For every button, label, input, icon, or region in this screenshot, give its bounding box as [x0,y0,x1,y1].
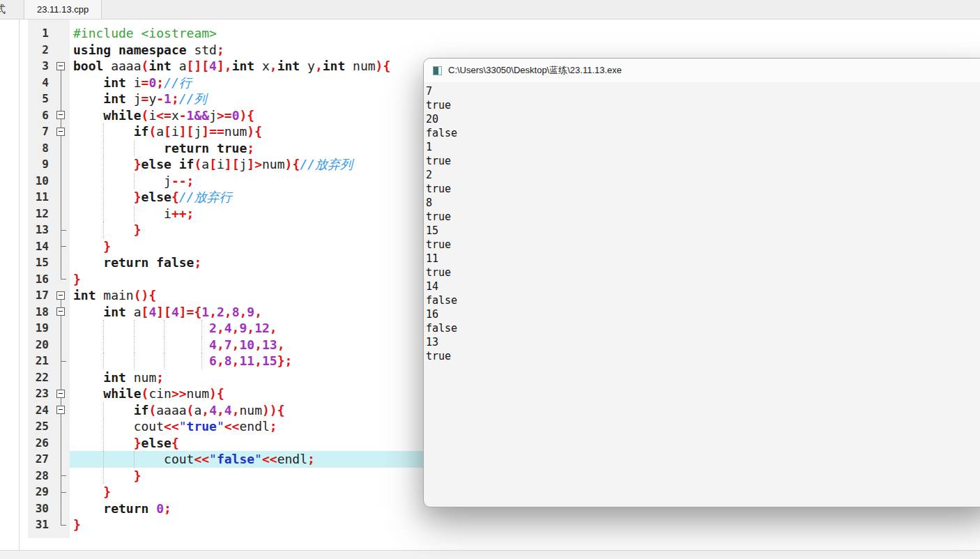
fold-column [53,418,70,435]
code-line-text: } [73,222,141,237]
line-number: 31 [28,516,53,533]
code-line-text: using namespace std; [73,43,224,57]
fold-box-icon[interactable] [56,291,65,300]
code-line-text: } [73,517,81,532]
line-number: 7 [28,123,53,140]
line-number: 3 [28,58,53,75]
console-icon[interactable] [433,66,442,75]
code-text[interactable]: #include <iostream> [70,25,980,42]
line-number: 5 [28,91,53,107]
fold-column [53,484,70,500]
code-line-text: int j=y-1;//列 [73,91,206,106]
fold-column[interactable] [53,107,70,124]
console-output-line: true [426,238,980,252]
indent-guide [164,320,164,337]
code-text[interactable]: using namespace std; [70,42,980,59]
code-line-text: } [73,272,81,286]
indent-guide [103,206,104,222]
indent-guide [103,435,104,452]
console-output-line: 11 [426,252,980,266]
fold-box-icon[interactable] [56,406,65,414]
side-panel-tab-clipped[interactable]: 式 [0,3,6,16]
code-line-text: }else{ [73,436,179,450]
line-number: 29 [28,484,53,500]
fold-box-icon[interactable] [56,390,65,398]
indent-guide [103,451,104,468]
indent-guide [103,123,104,140]
indent-guide [201,337,202,353]
fold-box-icon[interactable] [56,111,65,119]
indent-guide [103,173,104,190]
horizontal-scrollbar[interactable] [0,550,980,559]
tab-bar: 式 23.11.13.cpp [0,0,980,20]
line-number: 18 [28,304,53,321]
code-line-text: return true; [73,141,254,155]
indent-guide [134,320,135,337]
code-line-text: int main(){ [73,288,156,303]
fold-column [53,189,70,206]
console-output-line: true [426,98,980,112]
tab-file-label: 23.11.13.cpp [37,4,89,15]
line-number: 27 [28,451,53,468]
console-output: 7true20false1true2true8true15true11true1… [424,82,980,363]
fold-column [53,25,70,42]
line-number: 9 [28,156,53,173]
line-number: 4 [28,75,53,91]
fold-column [53,140,70,157]
code-line: 1#include <iostream> [28,25,980,42]
indent-guide [201,320,202,337]
line-number: 8 [28,140,53,157]
console-output-line: 2 [426,168,980,182]
console-output-line: 16 [426,307,980,321]
tab-file[interactable]: 23.11.13.cpp [24,0,102,19]
fold-column[interactable] [53,402,70,419]
line-number: 10 [28,173,53,190]
console-titlebar[interactable]: C:\Users\33050\Desktop\蓝练\23.11.13.exe [424,59,980,82]
fold-column[interactable] [53,287,70,304]
code-line-text: int i=0;//行 [73,75,192,90]
fold-column[interactable] [53,58,70,75]
line-number: 14 [28,238,53,255]
console-output-line: 7 [426,84,980,98]
fold-column [53,75,70,91]
console-output-line: 20 [426,112,980,126]
indent-guide [134,337,135,353]
console-output-line: 8 [426,196,980,210]
code-text[interactable]: } [70,516,980,533]
fold-column[interactable] [53,123,70,140]
code-line-text: 4,7,10,13, [73,337,285,352]
line-number: 1 [28,25,53,42]
fold-column[interactable] [53,385,70,402]
indent-guide [103,353,104,369]
fold-column [53,516,70,533]
console-output-line: true [426,154,980,168]
code-line-text: return false; [73,255,201,270]
console-output-line: 1 [426,140,980,154]
fold-column [53,435,70,452]
line-number: 25 [28,418,53,435]
console-output-line: 14 [426,280,980,293]
line-number: 11 [28,189,53,206]
line-number: 21 [28,353,53,369]
indent-guide [134,206,135,222]
console-output-line: true [426,210,980,224]
indent-guide [103,189,104,206]
indent-guide [103,140,104,157]
line-number: 2 [28,42,53,59]
fold-box-icon[interactable] [56,128,65,136]
indent-guide [103,468,104,484]
console-output-line: true [426,182,980,196]
line-number: 26 [28,435,53,452]
fold-column[interactable] [53,304,70,321]
indent-guide [103,222,104,238]
fold-box-icon[interactable] [56,62,65,70]
code-line: 2using namespace std; [28,42,980,59]
fold-column [53,369,70,386]
fold-box-icon[interactable] [56,307,65,316]
code-line-text: }else if(a[i][j]>num){//放弃列 [73,157,353,171]
fold-column [53,222,70,238]
indent-guide [103,418,104,435]
indent-guide [201,353,202,369]
indent-guide [103,320,104,337]
console-output-line: true [426,349,980,363]
